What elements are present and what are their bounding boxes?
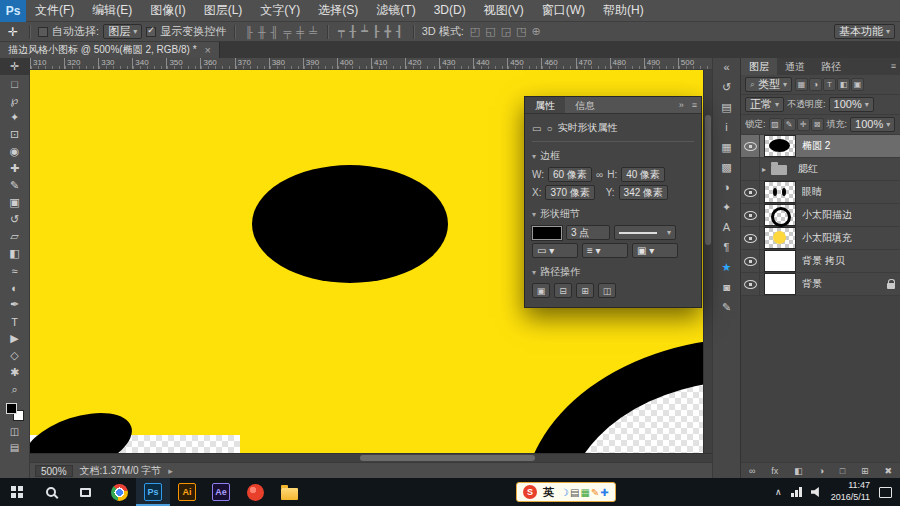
layer-thumbnail[interactable] [765,228,795,248]
filter-shape-layers-icon[interactable]: ◧ [837,78,850,91]
clone-source-icon[interactable]: ◙ [723,281,730,294]
new-layer-icon[interactable]: ⊞ [861,466,869,476]
start-button[interactable] [0,478,34,506]
layer-thumbnail[interactable] [765,251,795,271]
visibility-toggle[interactable] [741,181,760,203]
tab-properties[interactable]: 属性 [525,97,565,113]
color-icon[interactable]: ▦ [721,141,731,154]
align-top-edges-icon[interactable]: ╤ [282,26,294,38]
swatches-icon[interactable]: ▩ [721,161,731,174]
gradient-tool[interactable]: ◧ [0,245,30,262]
combine-shapes-icon[interactable]: ▣ [532,283,550,298]
menu-item[interactable]: 图层(L) [195,0,252,21]
marquee-tool[interactable]: □ [0,75,30,92]
menu-item[interactable]: 帮助(H) [594,0,653,21]
menu-item[interactable]: 窗口(W) [533,0,594,21]
sogou-toolbox-icon[interactable]: ✚ [600,487,608,498]
menu-item[interactable]: 文字(Y) [251,0,309,21]
layer-row[interactable]: 小太阳填充 [741,227,900,250]
file-explorer-icon[interactable] [272,478,306,506]
layer-name[interactable]: 腮红 [798,162,886,176]
layer-row[interactable]: 背景 [741,273,900,296]
link-dimensions-icon[interactable]: ∞ [596,169,603,180]
menu-item[interactable]: 文件(F) [26,0,83,21]
clone-stamp-tool[interactable]: ▣ [0,194,30,211]
sogou-grid-icon[interactable]: ▦ [580,487,589,498]
menu-item[interactable]: 编辑(E) [83,0,141,21]
zoom-level-field[interactable]: 500% [35,465,73,477]
section-shape-details[interactable]: ▾ 形状细节 [532,207,694,221]
layer-row[interactable]: ▸ 腮红 [741,158,900,181]
height-field[interactable]: 40 像素 [621,167,665,182]
link-layers-icon[interactable]: ∞ [749,466,755,476]
subtract-shape-icon[interactable]: ⊟ [554,283,572,298]
adjustments-icon[interactable]: ◑ [723,181,730,194]
visibility-toggle[interactable] [741,204,760,226]
filter-adjustment-layers-icon[interactable]: ◑ [809,78,822,91]
distribute-right-icon[interactable]: ┨ [394,25,405,38]
layer-name[interactable]: 眼睛 [802,185,886,199]
layer-name[interactable]: 背景 拷贝 [802,254,886,268]
properties-icon[interactable]: ▤ [721,101,731,114]
illustrator-taskbar-icon[interactable]: Ai [170,478,204,506]
blend-mode-select[interactable]: 正常 ▾ [745,97,784,112]
info-icon[interactable]: i [725,121,727,134]
lock-position-icon[interactable]: ✛ [797,118,810,131]
crop-tool[interactable]: ⊡ [0,126,30,143]
expand-panels-icon[interactable]: « [723,61,729,74]
align-left-edges-icon[interactable]: ╟ [243,26,255,38]
quick-selection-tool[interactable]: ✦ [0,109,30,126]
filter-smart-objects-icon[interactable]: ▣ [851,78,864,91]
eraser-tool[interactable]: ▱ [0,228,30,245]
filter-pixel-layers-icon[interactable]: ▦ [795,78,808,91]
auto-select-target-select[interactable]: 图层 ▾ [103,24,142,39]
libraries-icon[interactable]: ★ [722,261,732,274]
filter-type-layers-icon[interactable]: T [823,78,836,91]
align-horizontal-centers-icon[interactable]: ╫ [256,26,268,38]
close-tab-icon[interactable]: × [205,44,211,56]
3d-slide-icon[interactable]: ◳ [514,25,528,38]
sogou-keyboard-icon[interactable]: ▤ [570,487,579,498]
task-view-button[interactable] [68,478,102,506]
volume-icon[interactable] [811,487,822,497]
exclude-shape-icon[interactable]: ◫ [598,283,616,298]
lock-pixels-icon[interactable]: ✎ [783,118,796,131]
panel-menu-icon[interactable]: ≡ [887,58,900,75]
align-bottom-edges-icon[interactable]: ╧ [307,26,319,38]
vertical-scroll-thumb[interactable] [705,115,711,245]
photoshop-taskbar-icon[interactable]: Ps [136,478,170,506]
section-path-operations[interactable]: ▾ 路径操作 [532,265,694,279]
stroke-width-field[interactable]: 3 点 [566,225,610,240]
3d-rotate-icon[interactable]: ◰ [468,25,482,38]
delete-layer-icon[interactable]: ✖ [884,466,892,476]
sogou-moon-icon[interactable]: ☽ [560,487,569,498]
type-tool[interactable]: T [0,313,30,330]
collapse-panel-icon[interactable]: » [675,97,688,113]
tab-channels[interactable]: 通道 [777,58,813,75]
styles-icon[interactable]: ✦ [722,201,731,214]
group-arrow-icon[interactable]: ▸ [762,165,766,174]
horizontal-scrollbar[interactable] [30,453,712,462]
fill-field[interactable]: 100% ▾ [850,117,895,132]
status-menu-arrow-icon[interactable]: ▸ [168,466,173,476]
show-transform-checkbox[interactable] [146,27,156,37]
chrome-icon[interactable] [102,478,136,506]
auto-select-checkbox[interactable] [38,27,48,37]
opacity-field[interactable]: 100% ▾ [829,97,874,112]
menu-item[interactable]: 选择(S) [309,0,367,21]
stroke-type-select[interactable]: ▾ [614,225,676,240]
menu-item[interactable]: 图像(I) [141,0,194,21]
distribute-vertical-icon[interactable]: ╂ [348,25,359,38]
tab-info[interactable]: 信息 [565,97,605,113]
3d-drag-icon[interactable]: ◲ [499,25,513,38]
search-button[interactable] [34,478,68,506]
tab-paths[interactable]: 路径 [813,58,849,75]
foreground-color-swatch[interactable] [6,403,17,414]
taskbar-clock[interactable]: 11:47 2016/5/11 [831,480,870,503]
zoom-tool[interactable]: ⌕ [0,381,30,398]
hidden-icons-chevron-icon[interactable]: ∧ [775,487,782,497]
dodge-tool[interactable]: ◐ [0,279,30,296]
section-border[interactable]: ▾ 边框 [532,149,694,163]
distribute-horizontal-icon[interactable]: ╋ [382,25,393,38]
lock-transparency-icon[interactable]: ▨ [769,118,782,131]
